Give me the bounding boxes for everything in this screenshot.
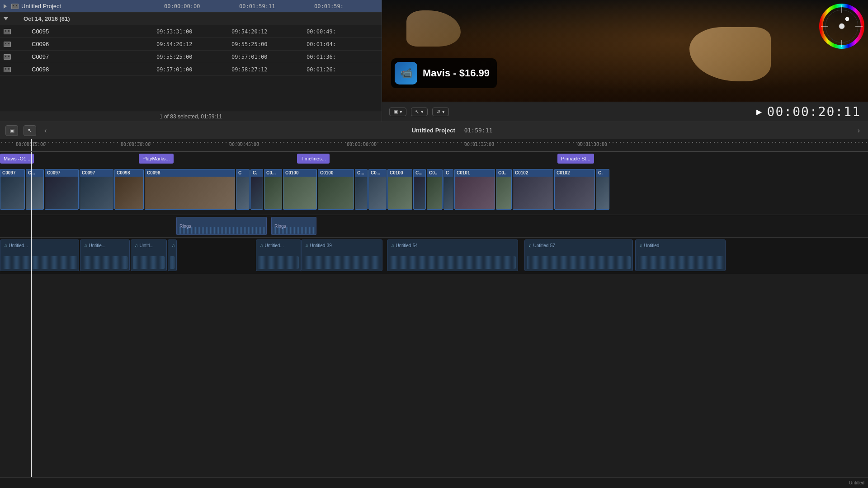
title-clip-4[interactable]: ♫Untitled... [256,239,301,271]
title-clip-5[interactable]: ♫Untitled-39 [301,239,382,271]
mavis-title: Mavis - $16.99 [423,67,490,79]
clip-thumb-8 [264,177,282,209]
video-clip-9[interactable]: C0100 [283,169,317,210]
mavis-popup: 📹 Mavis - $16.99 [391,58,497,88]
group-header[interactable]: Oct 14, 2016 (81) [0,13,382,25]
title-clip-7[interactable]: ♫Untitled-57 [524,239,633,271]
title-clip-6[interactable]: ♫Untitled-54 [387,239,518,271]
clip-name-c0095: C0095 [14,28,154,35]
clip-row-c0098[interactable]: C0098 09:57:01:00 09:58:27:12 00:01:26: [0,63,382,76]
timeline-title-area: Untitled Project 01:59:11 [55,127,849,134]
project-dur: 00:01:59: [314,3,378,9]
skim-icon: ↖ [415,109,419,115]
clip-label-12: C0... [371,170,380,175]
video-clip-18[interactable]: C0.. [496,169,512,210]
title-waveform-7 [527,256,631,269]
play-button[interactable]: ▶ [756,108,762,116]
browser-panel: Untitled Project 00:00:00:00 00:01:59:11… [0,0,382,122]
timeline-forward-button[interactable]: › [855,126,863,136]
clip-end-c0097: 09:57:01:00 [231,54,304,60]
title-clip-1[interactable]: ♫Untitle... [80,239,130,271]
clip-name-c0098: C0098 [14,66,154,73]
tool-select-button[interactable]: ↖ [24,125,36,136]
clip-thumb-6 [236,177,249,209]
title-clip-8[interactable]: ♫Untitled [635,239,726,271]
transport-bar: ▣ ▾ ↖ ▾ ↺ ▾ ▶ 00:00:20:11 [382,102,868,122]
video-clip-5[interactable]: C0098 [145,169,235,210]
video-clip-1[interactable]: C... [26,169,44,210]
loop-icon: ↺ [436,109,440,115]
audio-clip-rings-2[interactable]: Rings [271,217,316,235]
video-clip-19[interactable]: C0102 [513,169,553,210]
clip-label-18: C0.. [498,170,506,175]
preview-panel: 📹 Mavis - $16.99 ▣ ▾ ↖ ▾ [382,0,868,122]
video-clip-6[interactable]: C [236,169,250,210]
color-wheel [819,4,864,49]
title-clip-3[interactable]: ♫U [168,239,177,271]
timeline-back-button[interactable]: ‹ [42,126,49,136]
clip-label-11: C... [357,170,364,175]
video-clip-4[interactable]: C0098 [114,169,144,210]
video-clip-17[interactable]: C0101 [454,169,495,210]
collapse-icon [4,17,8,20]
clip-thumb-4 [115,177,143,209]
clip-thumb-0 [0,177,24,209]
skim-chevron: ▾ [421,109,424,115]
ruler-mark-5: 00:01:30:00 [577,142,607,147]
title-clip-name-5: ♫Untitled-39 [305,243,332,248]
video-clip-21[interactable]: C. [596,169,609,210]
transport-left-controls: ▣ ▾ ↖ ▾ ↺ ▾ [389,108,449,116]
loop-button[interactable]: ↺ ▾ [432,108,449,116]
video-clip-12[interactable]: C0... [368,169,387,210]
audio-clip-rings-1[interactable]: Rings [176,217,267,235]
marker-row: Mavis -O1... PlayMarks... Timelines... P… [0,152,868,165]
title-clip-name-1: ♫Untitle... [84,243,105,248]
marker-mavis[interactable]: Mavis -O1... [0,154,34,164]
timeline-ruler: 00:00:15:00 00:00:30:00 00:00:45:00 00:0… [0,139,868,152]
marker-timelines[interactable]: Timelines... [297,154,330,164]
video-clip-11[interactable]: C... [355,169,368,210]
title-clip-2[interactable]: ♫Untitl... [131,239,167,271]
clip-label-7: C. [253,170,257,175]
title-clip-name-2: ♫Untitl... [135,243,154,248]
clip-row-c0097[interactable]: C0097 09:55:25:00 09:57:01:00 00:01:36: [0,51,382,63]
transport-center-controls: ▶ 00:00:20:11 [756,104,861,119]
clip-dur-c0098: 00:01:26: [307,66,378,73]
ruler-mark-2: 00:00:45:00 [229,142,259,147]
video-clip-13[interactable]: C0100 [387,169,412,210]
skim-mode-button[interactable]: ↖ ▾ [411,108,428,116]
clip-thumb-14 [414,177,425,209]
top-section: Untitled Project 00:00:00:00 00:01:59:11… [0,0,868,122]
timeline-duration: 01:59:11 [464,127,493,134]
video-clip-16[interactable]: C [443,169,453,210]
video-clip-15[interactable]: C0.. [427,169,443,210]
loop-chevron: ▾ [442,109,445,115]
marker-pinnacle[interactable]: Pinnacle St... [557,154,594,164]
marker-playmarks[interactable]: PlayMarks... [139,154,174,164]
view-mode-icon: ▣ [393,109,398,115]
clip-start-c0095: 09:53:31:00 [156,28,229,35]
project-name: Untitled Project [21,3,161,9]
video-clip-20[interactable]: C0102 [554,169,595,210]
view-mode-button[interactable]: ▣ ▾ [389,108,406,116]
waveform-2 [272,227,316,234]
track-view-button[interactable]: ▣ [5,125,18,136]
project-row[interactable]: Untitled Project 00:00:00:00 00:01:59:11… [0,0,382,13]
clip-row-c0096[interactable]: C0096 09:54:20:12 09:55:25:00 00:01:04: [0,38,382,51]
mavis-icon: 📹 [395,62,417,84]
timeline-toolbar: ▣ ↖ ‹ Untitled Project 01:59:11 › [0,122,868,139]
video-clip-7[interactable]: C. [250,169,263,210]
video-clip-2[interactable]: C0097 [45,169,79,210]
timeline-tracks: Mavis -O1... PlayMarks... Timelines... P… [0,152,868,477]
title-clip-0[interactable]: ♫Untitled... [0,239,79,271]
video-clip-0[interactable]: C0097 [0,169,25,210]
clip-thumb-11 [355,177,367,209]
browser-table: Untitled Project 00:00:00:00 00:01:59:11… [0,0,382,111]
clip-row-c0095[interactable]: C0095 09:53:31:00 09:54:20:12 00:00:49: [0,25,382,38]
title-clip-name-6: ♫Untitled-54 [391,243,418,248]
video-clip-8[interactable]: C0... [264,169,282,210]
video-clip-14[interactable]: C... [413,169,426,210]
svg-point-7 [845,17,849,21]
video-clip-3[interactable]: C0097 [80,169,113,210]
video-clip-10[interactable]: C0100 [318,169,354,210]
